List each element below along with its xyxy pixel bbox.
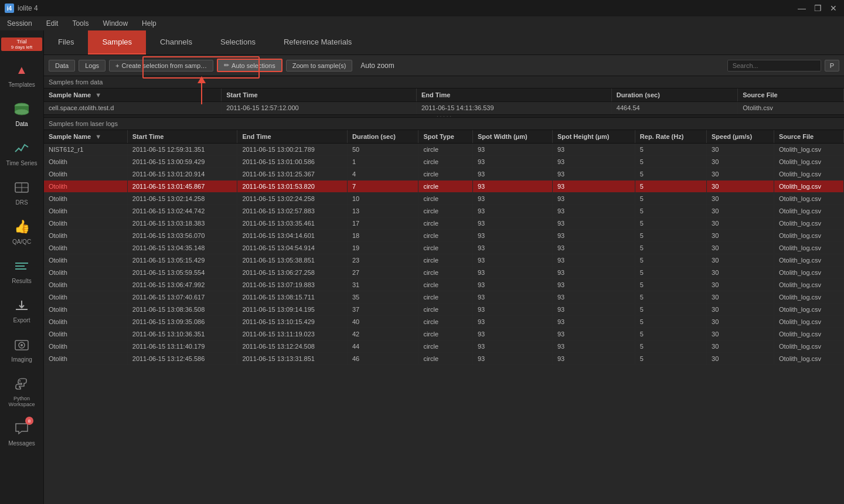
list-item[interactable]: Otolith 2011-06-15 13:07:40.617 2011-06-… [44,291,844,304]
python-icon [12,374,31,393]
cell-speed: 30 [707,267,774,279]
menu-edit[interactable]: Edit [44,18,61,29]
create-selection-button[interactable]: + Create selection from samp… [109,60,213,71]
cell-rep-rate: 5 [635,279,706,291]
svg-point-13 [19,380,21,382]
col-speed[interactable]: Speed (μm/s) [707,130,774,144]
col-spot-height[interactable]: Spot Height (μm) [552,130,635,144]
col-duration[interactable]: Duration (sec) [611,88,737,102]
list-item[interactable]: Otolith 2011-06-15 13:01:45.867 2011-06-… [44,181,844,193]
cell-duration: 13 [347,205,418,217]
auto-selections-button[interactable]: ✏ Auto selections [217,59,283,72]
menu-session[interactable]: Session [5,18,35,29]
top-table-wrap[interactable]: Sample Name ▼ Start Time End Time Durati… [44,88,844,114]
menu-tools[interactable]: Tools [70,18,91,29]
cell-spot-height: 93 [552,181,635,193]
data-button[interactable]: Data [49,60,75,71]
list-item[interactable]: Otolith 2011-06-15 13:02:14.258 2011-06-… [44,193,844,205]
list-item[interactable]: Otolith 2011-06-15 13:01:20.914 2011-06-… [44,168,844,181]
col-sample-name-laser[interactable]: Sample Name ▼ [44,130,127,144]
p-button[interactable]: P [825,60,839,71]
cell-spot-height: 93 [552,144,635,156]
cell-spot-width: 93 [472,181,552,193]
cell-sample-name: Otolith [44,156,127,168]
cell-end-time: 2011-06-15 13:04:54.914 [237,242,348,254]
col-start-time-laser[interactable]: Start Time [127,130,237,144]
minimize-btn[interactable]: — [795,4,808,13]
list-item[interactable]: Otolith 2011-06-15 13:12:45.586 2011-06-… [44,353,844,365]
sidebar-item-python[interactable]: Python Workspace [0,370,43,412]
table-row[interactable]: cell.space.otolith.test.d 2011-06-15 12:… [44,102,844,114]
cell-source-file: Otolith_log.csv [774,316,843,328]
col-duration-laser[interactable]: Duration (sec) [347,130,418,144]
cell-sample-name: Otolith [44,267,127,279]
sidebar-item-templates[interactable]: ▲ Templates [0,56,43,93]
tab-channels[interactable]: Channels [146,30,206,55]
cell-rep-rate: 5 [635,230,706,242]
col-source-file-laser[interactable]: Source File [774,130,843,144]
cell-source-file: Otolith_log.csv [774,291,843,304]
tab-files[interactable]: Files [44,30,88,55]
list-item[interactable]: Otolith 2011-06-15 13:08:36.508 2011-06-… [44,304,844,316]
list-item[interactable]: Otolith 2011-06-15 13:03:18.383 2011-06-… [44,217,844,230]
list-item[interactable]: Otolith 2011-06-15 13:09:35.086 2011-06-… [44,316,844,328]
menu-window[interactable]: Window [100,18,130,29]
list-item[interactable]: Otolith 2011-06-15 13:04:35.148 2011-06-… [44,242,844,254]
cell-end-time: 2011-06-15 13:01:25.367 [237,168,348,181]
col-start-time[interactable]: Start Time [222,88,417,102]
cell-sample-name: Otolith [44,181,127,193]
cell-sample-name: cell.space.otolith.test.d [44,102,222,114]
cell-spot-type: circle [418,242,473,254]
cell-sample-name: Otolith [44,217,127,230]
tab-samples[interactable]: Samples [88,30,146,55]
sidebar-item-messages[interactable]: 8 Messages [0,414,43,451]
col-spot-type[interactable]: Spot Type [418,130,473,144]
list-item[interactable]: Otolith 2011-06-15 13:11:40.179 2011-06-… [44,340,844,353]
list-item[interactable]: Otolith 2011-06-15 13:05:59.554 2011-06-… [44,267,844,279]
list-item[interactable]: Otolith 2011-06-15 13:06:47.992 2011-06-… [44,279,844,291]
time-series-icon [12,139,31,158]
cell-end-time: 2011-06-15 13:02:24.258 [237,193,348,205]
search-input[interactable] [727,60,821,71]
maximize-btn[interactable]: ❐ [812,4,824,13]
col-spot-width[interactable]: Spot Width (μm) [472,130,552,144]
list-item[interactable]: Otolith 2011-06-15 13:05:15.429 2011-06-… [44,254,844,267]
cell-rep-rate: 5 [635,205,706,217]
close-btn[interactable]: ✕ [828,4,839,13]
qa-qc-icon: 👍 [12,217,31,236]
col-source-file[interactable]: Source File [738,88,844,102]
zoom-to-sample-button[interactable]: Zoom to sample(s) [286,60,353,71]
col-end-time-laser[interactable]: End Time [237,130,348,144]
list-item[interactable]: Otolith 2011-06-15 13:03:56.070 2011-06-… [44,230,844,242]
cell-rep-rate: 5 [635,168,706,181]
sidebar-item-data[interactable]: Data [0,95,43,132]
sidebar-item-imaging[interactable]: Imaging [0,331,43,367]
cell-spot-height: 93 [552,242,635,254]
cell-spot-height: 93 [552,304,635,316]
cell-sample-name: Otolith [44,205,127,217]
cell-source-file: Otolith_log.csv [774,205,843,217]
col-end-time[interactable]: End Time [417,88,612,102]
cell-start-time: 2011-06-15 13:01:20.914 [127,168,237,181]
logs-button[interactable]: Logs [79,60,106,71]
tab-selections[interactable]: Selections [206,30,270,55]
menu-help[interactable]: Help [139,18,159,29]
sidebar-item-time-series[interactable]: Time Series [0,134,43,171]
list-item[interactable]: NIST612_r1 2011-06-15 12:59:31.351 2011-… [44,144,844,156]
tab-reference-materials[interactable]: Reference Materials [270,30,366,55]
window-controls[interactable]: — ❐ ✕ [795,4,839,13]
sidebar-item-results[interactable]: Results [0,252,43,289]
list-item[interactable]: Otolith 2011-06-15 13:10:36.351 2011-06-… [44,328,844,340]
sidebar-item-qa-qc[interactable]: 👍 QA/QC [0,213,43,250]
list-item[interactable]: Otolith 2011-06-15 13:00:59.429 2011-06-… [44,156,844,168]
bottom-table-wrap[interactable]: Sample Name ▼ Start Time End Time Durati… [44,130,844,504]
cell-duration: 46 [347,353,418,365]
sidebar-item-drs[interactable]: DRS [0,173,43,210]
list-item[interactable]: Otolith 2011-06-15 13:02:44.742 2011-06-… [44,205,844,217]
cell-spot-type: circle [418,279,473,291]
col-rep-rate[interactable]: Rep. Rate (Hz) [635,130,706,144]
col-sample-name[interactable]: Sample Name ▼ [44,88,222,102]
samples-from-laser-logs-table: Sample Name ▼ Start Time End Time Durati… [44,130,844,365]
sidebar-item-export[interactable]: Export [0,291,43,328]
cell-end-time: 2011-06-15 13:03:35.461 [237,217,348,230]
